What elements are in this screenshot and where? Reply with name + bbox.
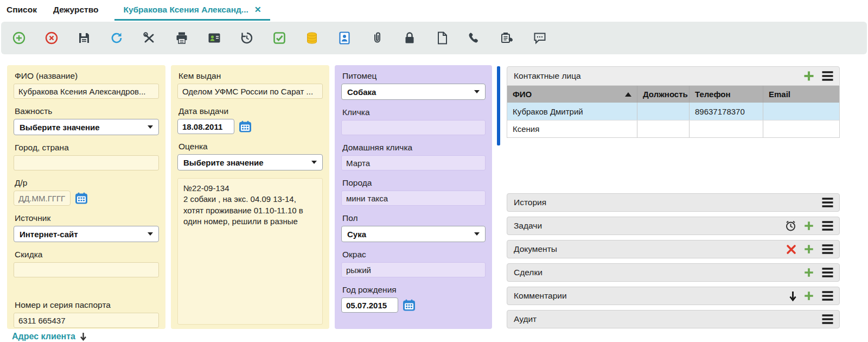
rating-select[interactable]: Выберите значение [177,154,323,170]
add-icon[interactable] [803,244,814,255]
menu-icon[interactable] [821,244,834,255]
comment-icon[interactable] [533,31,547,45]
section-deals[interactable]: Сделки [507,263,840,282]
contacts-panel: Контактные лица ФИО Должность Телефон Em… [507,66,840,138]
add-icon[interactable] [803,267,814,278]
contacts-title: Контактные лица [514,71,581,81]
source-select[interactable]: Интернет-сайт [14,226,159,242]
document-icon[interactable] [435,31,449,45]
section-documents[interactable]: Документы [507,240,840,258]
menu-icon[interactable] [821,314,834,325]
column-header-position[interactable]: Должность [637,86,690,103]
city-label: Город, страна [15,143,158,153]
time-icon[interactable] [785,220,796,232]
section-comments[interactable]: Комментарии [507,287,840,305]
pet-birth-year-input[interactable] [341,297,398,313]
client-panel: ФИО (название) Важность Выберите значени… [7,65,165,329]
add-icon[interactable] [803,290,814,301]
history-icon[interactable] [240,31,254,45]
phone-icon[interactable] [468,31,482,45]
phone-report-icon[interactable] [500,31,514,45]
section-audit[interactable]: Аудит [507,310,840,328]
table-header-row: ФИО Должность Телефон Email [507,86,839,103]
pet-home-name-input[interactable] [341,155,486,170]
pet-type-value: Собака [347,87,376,97]
section-label: Аудит [514,314,537,324]
column-header-fio[interactable]: ФИО [507,86,637,103]
calendar-icon[interactable] [239,121,252,132]
attachment-icon[interactable] [370,31,384,45]
notes-textarea[interactable]: №22-09-134 2 собаки , на экс. 04.09 13-1… [177,178,323,325]
issued-by-input[interactable] [177,84,323,99]
issue-date-input[interactable] [177,119,234,134]
issue-date-label: Дата выдачи [178,106,322,116]
pet-type-select[interactable]: Собака [341,84,486,100]
tab-client-card[interactable]: Кубракова Ксения Александ... ✕ [114,0,270,21]
cell-position [637,103,690,120]
pet-color-label: Окрас [342,250,484,259]
panel-accent-bar [497,66,500,145]
sort-asc-icon [625,92,631,97]
column-header-email[interactable]: Email [763,86,839,103]
cell-fio: Кубраков Дмитрий [507,103,637,120]
table-row[interactable]: Ксения [507,120,839,137]
tab-list[interactable]: Список [7,0,37,21]
fio-input[interactable] [14,84,159,99]
tab-duty-label: Дежурство [53,5,99,15]
section-history[interactable]: История [507,193,840,212]
menu-icon[interactable] [821,290,834,301]
city-input[interactable] [14,155,159,170]
database-icon[interactable] [305,31,319,45]
menu-icon[interactable] [821,197,834,208]
down-arrow-icon[interactable] [789,291,796,301]
save-icon[interactable] [77,31,91,45]
pet-birth-year-label: Год рождения [342,285,484,295]
client-address-link[interactable]: Адрес клиента [12,332,87,341]
contact-icon[interactable] [337,31,352,45]
accordion-sections: История Задачи Документы Сделки Коммента… [507,193,840,333]
lock-icon[interactable] [403,31,417,45]
column-header-phone[interactable]: Телефон [690,86,763,103]
menu-icon[interactable] [821,267,834,278]
passport-number-input[interactable] [14,313,159,328]
down-arrow-icon [80,332,87,341]
pet-name-input[interactable] [341,120,486,135]
delete-icon[interactable] [786,244,796,255]
source-value: Интернет-сайт [20,230,78,239]
tools-icon[interactable] [142,31,156,45]
calendar-icon[interactable] [75,192,88,204]
add-icon[interactable] [803,220,814,231]
pet-color-input[interactable] [341,262,486,277]
print-icon[interactable] [175,31,189,45]
pet-sex-value: Сука [347,230,366,239]
section-label: Задачи [514,221,542,231]
discount-input[interactable] [14,262,159,277]
toolbar [1,22,867,54]
importance-select[interactable]: Выберите значение [14,119,159,135]
tasks-icon[interactable] [272,31,286,45]
client-address-label: Адрес клиента [12,332,75,341]
contact-card-icon[interactable] [207,31,221,45]
menu-icon[interactable] [821,71,834,81]
chevron-down-icon [474,90,480,93]
pet-sex-select[interactable]: Сука [341,226,486,242]
cell-email [763,121,839,137]
add-icon[interactable] [12,31,26,45]
pet-breed-input[interactable] [341,191,486,206]
add-contact-icon[interactable] [803,70,815,82]
calendar-icon[interactable] [403,299,416,311]
passport-number-label: Номер и серия паспорта [15,300,158,310]
cell-fio: Ксения [507,121,637,137]
table-row[interactable]: Кубраков Дмитрий 89637178370 [507,103,839,120]
section-tasks[interactable]: Задачи [507,217,840,235]
pet-home-name-label: Домашняя кличка [342,143,484,153]
birthdate-input[interactable] [14,191,71,206]
refresh-icon[interactable] [110,31,124,45]
tab-client-label: Кубракова Ксения Александ... [123,5,248,15]
cancel-icon[interactable] [44,31,59,45]
contacts-table: ФИО Должность Телефон Email Кубраков Дми… [507,86,840,138]
close-icon[interactable]: ✕ [254,5,261,15]
chevron-down-icon [474,232,480,236]
menu-icon[interactable] [821,220,834,231]
tab-duty[interactable]: Дежурство [53,0,99,21]
